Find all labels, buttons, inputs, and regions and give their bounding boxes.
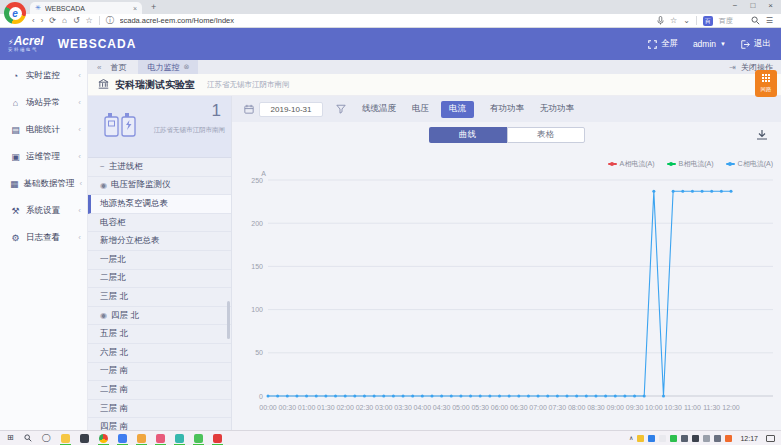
calendar-icon[interactable] (244, 104, 254, 114)
app-teal-icon[interactable] (175, 434, 184, 443)
display-icon[interactable] (703, 435, 710, 442)
sidebar-item-0[interactable]: ◔实时监控‹ (0, 62, 87, 89)
window-minimize-icon[interactable]: − (733, 1, 738, 10)
tab-close-icon[interactable]: × (133, 5, 137, 12)
tray-shield-icon[interactable] (637, 435, 644, 442)
param-tab-3[interactable]: 有功功率 (490, 103, 524, 115)
tray-orange-icon[interactable] (725, 435, 732, 442)
sidebar-item-6[interactable]: ⚙日志查看‹ (0, 224, 87, 251)
param-tab-0[interactable]: 线缆温度 (362, 103, 396, 115)
sidebar-item-4[interactable]: ▦基础数据管理‹ (0, 170, 87, 197)
circuit-item-6[interactable]: 二层北 (88, 270, 231, 289)
tab-home[interactable]: 首页 (110, 62, 126, 73)
tray-grid-icon[interactable] (714, 435, 721, 442)
user-menu[interactable]: admin ▼ (693, 39, 726, 49)
volume-icon[interactable] (681, 435, 688, 442)
monitor-app-icon[interactable] (80, 434, 89, 443)
home-icon[interactable]: ⌂ (62, 16, 67, 25)
circuit-item-7[interactable]: 三层 北 (88, 288, 231, 307)
chevron-down-icon[interactable]: ⌄ (683, 16, 690, 25)
circuit-quick-button[interactable]: 回路 (755, 70, 777, 97)
browser-tabstrip: e ✳ WEBSCADA × + − □ × (0, 0, 781, 14)
tab-close-circle-icon[interactable]: ⊗ (183, 63, 189, 71)
site-info-icon[interactable]: ⓘ (106, 15, 114, 26)
circuit-item-10[interactable]: 六层 北 (88, 344, 231, 363)
favorite-icon[interactable]: ☆ (670, 16, 677, 25)
param-tab-2[interactable]: 电流 (441, 101, 474, 118)
logout-button[interactable]: 退出 (741, 38, 771, 50)
app-red-icon[interactable] (213, 434, 222, 443)
download-icon[interactable] (756, 129, 768, 141)
browser-tab[interactable]: ✳ WEBSCADA × (30, 2, 142, 14)
legend-item-1[interactable]: B相电流(A) (667, 159, 714, 169)
mic-icon[interactable] (657, 16, 664, 25)
browser-menu-icon[interactable]: ☰ (766, 16, 773, 25)
tray-expand-icon[interactable]: ∧ (629, 435, 633, 441)
filter-funnel-icon[interactable] (336, 104, 346, 114)
window-maximize-icon[interactable]: □ (750, 1, 755, 10)
star-icon[interactable]: ☆ (86, 16, 93, 25)
legend-item-2[interactable]: C相电流(A) (726, 159, 773, 169)
search-engine-label[interactable]: 百度 (719, 16, 733, 26)
sidebar-item-2[interactable]: ▤电能统计‹ (0, 116, 87, 143)
param-tab-1[interactable]: 电压 (412, 103, 429, 115)
forward-icon[interactable]: › (41, 16, 44, 25)
browser-logo-icon[interactable]: e (4, 2, 26, 24)
explorer-icon[interactable] (61, 434, 70, 443)
circuit-item-4[interactable]: 新增分立柜总表 (88, 232, 231, 251)
station-card[interactable]: 1 江苏省无锡市江阴市南闸 (88, 96, 231, 158)
tray-white-icon[interactable] (659, 435, 666, 442)
circuit-item-14[interactable]: 四层 南 (88, 418, 231, 430)
start-icon[interactable]: ⊞ (7, 434, 14, 442)
circuit-item-1[interactable]: ◉电压暂降监测仪 (88, 177, 231, 196)
search-engine-icon[interactable]: 百 (703, 16, 713, 26)
circuit-item-0[interactable]: −主进线柜 (88, 158, 231, 177)
circuit-item-2[interactable]: 地源热泵空调总表 (88, 195, 231, 214)
sidebar-item-1[interactable]: ⌂场站异常‹ (0, 89, 87, 116)
fullscreen-button[interactable]: 全屏 (648, 38, 678, 50)
circuit-item-5[interactable]: 一层北 (88, 251, 231, 270)
cortana-icon[interactable]: ◯ (42, 434, 51, 442)
app-pink-icon[interactable] (156, 434, 165, 443)
history-icon[interactable]: ↺ (73, 16, 80, 25)
collapse-minus-icon[interactable]: − (100, 162, 105, 171)
collapse-tabs-icon[interactable]: « (97, 63, 101, 72)
circuit-scrollbar[interactable] (227, 301, 230, 339)
circuit-item-11[interactable]: 一层 南 (88, 363, 231, 382)
circuit-item-label: 主进线柜 (109, 161, 143, 173)
param-tab-4[interactable]: 无功功率 (540, 103, 574, 115)
circuit-item-3[interactable]: 电容柜 (88, 214, 231, 233)
window-close-icon[interactable]: × (768, 1, 773, 10)
taskbar-search-icon[interactable] (24, 434, 32, 442)
app-header: ⚡Acrel 安科瑞电气 WEBSCADA 全屏 admin ▼ 退出 (0, 28, 781, 60)
tray-blue-icon[interactable] (648, 435, 655, 442)
svg-text:04:30: 04:30 (433, 404, 451, 411)
sidebar-item-3[interactable]: ▣运维管理‹ (0, 143, 87, 170)
sidebar-item-label: 场站异常 (26, 97, 73, 109)
circuit-item-12[interactable]: 二层 南 (88, 381, 231, 400)
back-icon[interactable]: ‹ (32, 16, 35, 25)
url-text[interactable]: scada.acrel-eem.com/Home/Index (120, 16, 651, 25)
tab-power-monitoring[interactable]: 电力监控 ⊗ (138, 60, 198, 74)
circuit-item-9[interactable]: 五层 北 (88, 325, 231, 344)
toggle-curve[interactable]: 曲线 (429, 127, 507, 143)
circuit-item-13[interactable]: 三层 南 (88, 400, 231, 419)
circuit-item-8[interactable]: ◉四层 北 (88, 307, 231, 326)
chevron-left-icon: ‹ (78, 125, 81, 134)
toggle-table[interactable]: 表格 (507, 127, 585, 143)
new-tab-button[interactable]: + (151, 2, 156, 12)
app-orange-icon[interactable] (137, 434, 146, 443)
app-green-icon[interactable] (194, 434, 203, 443)
reload-icon[interactable]: ⟳ (49, 16, 56, 25)
date-input[interactable] (259, 102, 323, 117)
tray-dark-icon[interactable] (692, 435, 699, 442)
chrome-icon[interactable] (99, 434, 108, 443)
sidebar-item-5[interactable]: ⚒系统设置‹ (0, 197, 87, 224)
search-icon[interactable] (751, 16, 760, 25)
legend-item-0[interactable]: A相电流(A) (608, 159, 655, 169)
notification-icon[interactable] (766, 435, 775, 442)
app-blue-icon[interactable] (118, 434, 127, 443)
clock[interactable]: 12:17 (740, 435, 758, 442)
current-curve-chart[interactable]: 050100150200250A00:0000:3001:0001:3002:0… (232, 170, 781, 428)
wechat-icon[interactable] (670, 435, 677, 442)
